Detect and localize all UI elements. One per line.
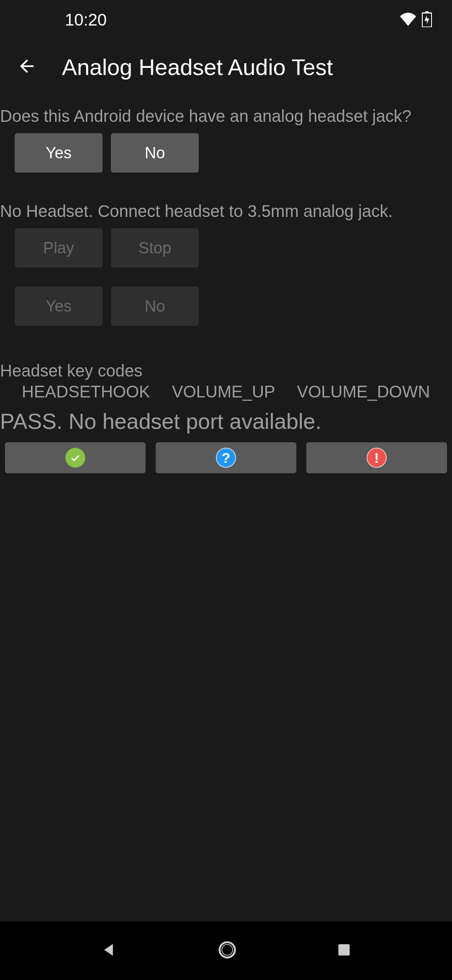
keycode-item: HEADSETHOOK — [22, 382, 150, 401]
pass-button[interactable] — [5, 442, 146, 473]
play-button: Play — [15, 228, 103, 268]
keycode-item: VOLUME_DOWN — [297, 382, 430, 401]
confirm-yes-button: Yes — [15, 286, 103, 326]
back-arrow-icon[interactable] — [17, 56, 37, 78]
question-icon: ? — [216, 448, 236, 468]
jack-yes-button[interactable]: Yes — [15, 133, 103, 173]
status-time: 10:20 — [65, 10, 107, 29]
result-text: PASS. No headset port available. — [0, 401, 452, 442]
result-buttons: ? ! — [0, 442, 452, 473]
headset-status-text: No Headset. Connect headset to 3.5mm ana… — [0, 189, 452, 228]
confirm-no-button: No — [111, 286, 199, 326]
battery-charging-icon — [422, 11, 432, 29]
svg-rect-4 — [339, 944, 350, 956]
nav-recent-icon[interactable] — [336, 942, 352, 959]
nav-back-icon[interactable] — [100, 941, 118, 960]
fail-button[interactable]: ! — [306, 442, 447, 473]
page-title: Analog Headset Audio Test — [62, 54, 333, 80]
app-bar: Analog Headset Audio Test — [0, 40, 452, 94]
info-button[interactable]: ? — [156, 442, 296, 473]
nav-home-icon[interactable] — [218, 941, 236, 961]
exclamation-icon: ! — [367, 448, 387, 468]
navigation-bar — [0, 921, 452, 980]
svg-rect-1 — [425, 11, 429, 13]
check-icon — [65, 448, 85, 468]
confirm-buttons: Yes No — [0, 286, 452, 326]
playback-buttons: Play Stop — [0, 228, 452, 268]
stop-button: Stop — [111, 228, 199, 268]
jack-no-button[interactable]: No — [111, 133, 199, 173]
svg-point-3 — [222, 944, 233, 955]
keycodes-label: Headset key codes — [0, 343, 452, 382]
status-bar: 10:20 — [0, 0, 452, 40]
wifi-icon — [399, 13, 417, 28]
status-icons — [399, 11, 432, 29]
keycodes-row: HEADSETHOOK VOLUME_UP VOLUME_DOWN — [0, 382, 452, 401]
keycode-item: VOLUME_UP — [172, 382, 275, 401]
jack-question-text: Does this Android device have an analog … — [0, 94, 452, 133]
jack-question-buttons: Yes No — [0, 133, 452, 173]
content: Does this Android device have an analog … — [0, 94, 452, 473]
